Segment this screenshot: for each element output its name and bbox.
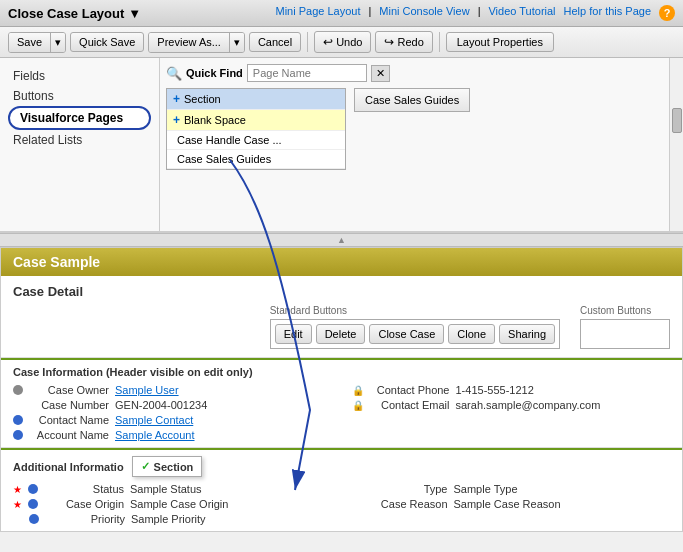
resize-handle[interactable]: ▲	[0, 233, 683, 247]
field-row: Case Reason Sample Case Reason	[352, 498, 671, 510]
sidebar-item-vf-pages[interactable]: Visualforce Pages	[8, 106, 151, 130]
field-value[interactable]: Sample Contact	[115, 414, 193, 426]
mini-page-layout-link[interactable]: Mini Page Layout	[275, 5, 360, 21]
layout-properties-button[interactable]: Layout Properties	[446, 32, 554, 52]
item-label: Case Handle Case ...	[177, 134, 282, 146]
section-header-gold: Case Sample	[1, 248, 682, 276]
redo-label: Redo	[397, 36, 423, 48]
preview-dropdown-button[interactable]: ▾	[230, 33, 244, 52]
field-label: Contact Name	[29, 414, 109, 426]
editor-area: Fields Buttons Visualforce Pages Related…	[0, 58, 683, 233]
field-label: Priority	[45, 513, 125, 525]
field-dot-icon	[13, 385, 23, 395]
edit-button[interactable]: Edit	[275, 324, 312, 344]
required-star: ★	[13, 484, 22, 495]
field-value[interactable]: Sample User	[115, 384, 179, 396]
sidebar-item-related-lists[interactable]: Related Lists	[8, 130, 151, 150]
top-bar: Close Case Layout ▼ Mini Page Layout | M…	[0, 0, 683, 27]
quick-find-input[interactable]	[247, 64, 367, 82]
case-detail-area: Case Detail Standard Buttons Edit Delete…	[1, 276, 682, 358]
scrollbar[interactable]	[669, 58, 683, 231]
item-label: Section	[184, 93, 221, 105]
quick-save-button[interactable]: Quick Save	[70, 32, 144, 52]
field-value: 1-415-555-1212	[456, 384, 534, 396]
field-row: Case Owner Sample User	[13, 384, 332, 396]
additional-fields-grid: ★ Status Sample Status Type Sample Type …	[13, 483, 670, 525]
close-case-button[interactable]: Close Case	[369, 324, 444, 344]
help-page-link[interactable]: Help for this Page	[564, 5, 651, 21]
palette-list: + Section + Blank Space Case Handle Case…	[166, 88, 346, 170]
case-detail-label: Case Detail	[13, 284, 670, 299]
video-tutorial-link[interactable]: Video Tutorial	[488, 5, 555, 21]
section-dropdown[interactable]: ✓ Section	[132, 456, 203, 477]
field-row: Contact Name Sample Contact	[13, 414, 332, 426]
list-item[interactable]: + Section	[167, 89, 345, 110]
sharing-button[interactable]: Sharing	[499, 324, 555, 344]
title-dropdown-icon[interactable]: ▼	[128, 6, 141, 21]
redo-icon: ↪	[384, 35, 394, 49]
field-value: Sample Case Reason	[454, 498, 561, 510]
case-info-grid: Case Owner Sample User 🔒 Contact Phone 1…	[13, 384, 670, 441]
save-dropdown-button[interactable]: ▾	[51, 33, 65, 52]
field-row: Priority Sample Priority	[13, 513, 332, 525]
custom-buttons-group: Custom Buttons	[580, 305, 670, 349]
case-sales-guides-button[interactable]: Case Sales Guides	[354, 88, 470, 112]
field-value[interactable]: Sample Account	[115, 429, 195, 441]
list-item[interactable]: + Blank Space	[167, 110, 345, 131]
field-label: Type	[368, 483, 448, 495]
field-row: Case Number GEN-2004-001234	[13, 399, 332, 411]
blank-icon: +	[173, 113, 180, 127]
field-label: Case Reason	[368, 498, 448, 510]
lock-icon: 🔒	[352, 385, 364, 396]
toolbar: Save ▾ Quick Save Preview As... ▾ Cancel…	[0, 27, 683, 58]
additional-header-text: Additional Informatio	[13, 461, 124, 473]
mini-console-view-link[interactable]: Mini Console View	[379, 5, 469, 21]
toolbar-separator-2	[439, 32, 440, 52]
section-icon: +	[173, 92, 180, 106]
preview-as-button[interactable]: Preview As...	[149, 33, 230, 52]
custom-buttons-box	[580, 319, 670, 349]
field-label: Account Name	[29, 429, 109, 441]
clear-search-button[interactable]: ✕	[371, 65, 390, 82]
additional-header: Additional Informatio ✓ Section	[13, 456, 670, 477]
field-dot-icon	[28, 484, 38, 494]
sidebar-item-buttons[interactable]: Buttons	[8, 86, 151, 106]
section-dropdown-label: Section	[154, 461, 194, 473]
field-row: 🔒 Contact Phone 1-415-555-1212	[352, 384, 671, 396]
quick-find-label: Quick Find	[186, 67, 243, 79]
standard-buttons-label: Standard Buttons	[270, 305, 347, 316]
search-icon: 🔍	[166, 66, 182, 81]
help-icon[interactable]: ?	[659, 5, 675, 21]
page-title: Close Case Layout ▼	[8, 6, 141, 21]
case-info-section: Case Information (Header visible on edit…	[1, 358, 682, 448]
field-row: ★ Status Sample Status	[13, 483, 332, 495]
list-item[interactable]: Case Handle Case ...	[167, 131, 345, 150]
field-row: 🔒 Contact Email sarah.sample@company.com	[352, 399, 671, 411]
field-label: Status	[44, 483, 124, 495]
field-row: Type Sample Type	[352, 483, 671, 495]
section-title: Case Sample	[13, 254, 100, 270]
toolbar-separator	[307, 32, 308, 52]
field-value: GEN-2004-001234	[115, 399, 207, 411]
undo-icon: ↩	[323, 35, 333, 49]
redo-button[interactable]: ↪ Redo	[375, 31, 432, 53]
field-label: Case Owner	[29, 384, 109, 396]
layout-preview: Case Sample Case Detail Standard Buttons…	[0, 247, 683, 532]
field-value: Sample Case Origin	[130, 498, 228, 510]
list-item[interactable]: Case Sales Guides	[167, 150, 345, 169]
undo-button[interactable]: ↩ Undo	[314, 31, 371, 53]
field-value: Sample Status	[130, 483, 202, 495]
field-dot-icon	[13, 430, 23, 440]
cancel-button[interactable]: Cancel	[249, 32, 301, 52]
sidebar-item-fields[interactable]: Fields	[8, 66, 151, 86]
scroll-thumb[interactable]	[672, 108, 682, 133]
field-label: Case Number	[29, 399, 109, 411]
clone-button[interactable]: Clone	[448, 324, 495, 344]
field-dot-icon	[29, 514, 39, 524]
delete-button[interactable]: Delete	[316, 324, 366, 344]
save-dropdown-icon: ▾	[55, 36, 61, 49]
save-button[interactable]: Save	[9, 33, 51, 52]
header-links: Mini Page Layout | Mini Console View | V…	[275, 5, 675, 21]
field-row: Account Name Sample Account	[13, 429, 332, 441]
resize-icon: ▲	[337, 235, 346, 245]
